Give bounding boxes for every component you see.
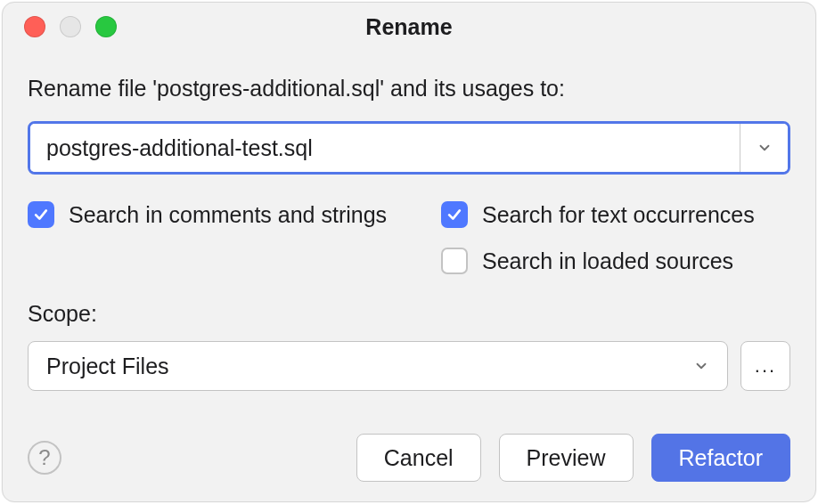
dialog-content: Rename file 'postgres-additional.sql' an…: [3, 51, 815, 391]
search-comments-label: Search in comments and strings: [69, 202, 387, 228]
scope-label: Scope:: [28, 301, 790, 327]
rename-dialog: Rename Rename file 'postgres-additional.…: [2, 2, 816, 502]
refactor-button[interactable]: Refactor: [651, 434, 790, 482]
search-text-occurrences-label: Search for text occurrences: [482, 202, 755, 228]
checkbox-checked-icon: [441, 201, 468, 228]
preview-button[interactable]: Preview: [499, 434, 634, 482]
search-loaded-sources-checkbox[interactable]: Search in loaded sources: [441, 248, 790, 274]
scope-more-button[interactable]: ...: [740, 341, 790, 391]
titlebar: Rename: [3, 3, 815, 51]
name-input-row: [28, 121, 790, 175]
options-grid: Search in comments and strings Search fo…: [28, 201, 790, 294]
search-comments-checkbox[interactable]: Search in comments and strings: [28, 201, 441, 228]
close-window-icon[interactable]: [24, 16, 45, 37]
scope-row: Project Files ...: [28, 341, 790, 391]
checkbox-checked-icon: [28, 201, 54, 228]
checkbox-unchecked-icon: [441, 248, 468, 274]
dialog-footer: ? Cancel Preview Refactor: [28, 434, 790, 482]
minimize-window-icon: [60, 16, 81, 37]
history-dropdown-button[interactable]: [740, 124, 788, 172]
zoom-window-icon[interactable]: [95, 16, 117, 37]
cancel-button[interactable]: Cancel: [356, 434, 481, 482]
scope-selected-value: Project Files: [46, 354, 169, 379]
search-text-occurrences-checkbox[interactable]: Search for text occurrences: [441, 201, 790, 228]
new-name-input[interactable]: [30, 124, 740, 172]
search-loaded-sources-label: Search in loaded sources: [482, 248, 733, 274]
prompt-label: Rename file 'postgres-additional.sql' an…: [28, 76, 790, 102]
chevron-down-icon: [757, 140, 773, 156]
window-title: Rename: [3, 14, 815, 40]
window-controls: [24, 16, 117, 37]
scope-select[interactable]: Project Files: [28, 341, 728, 391]
help-button[interactable]: ?: [28, 441, 61, 475]
chevron-down-icon: [693, 358, 709, 374]
